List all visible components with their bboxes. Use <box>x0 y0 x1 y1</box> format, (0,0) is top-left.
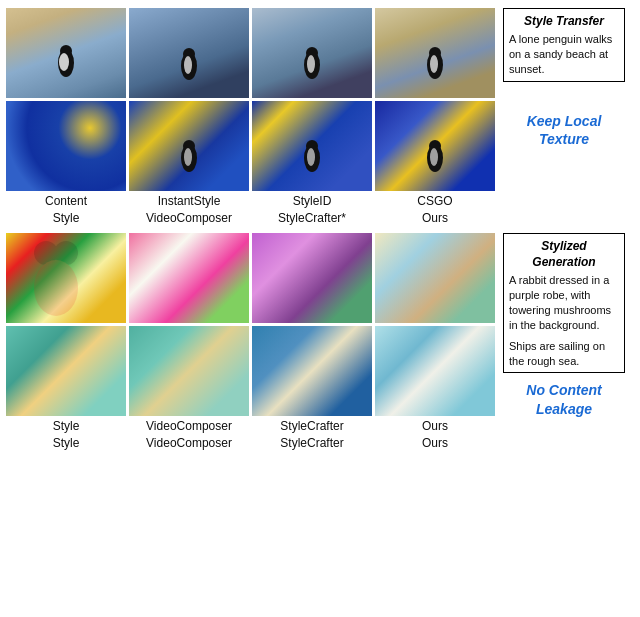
svg-point-17 <box>307 148 315 166</box>
row34-grid-col: Style VideoComposer StyleCrafter Ours St… <box>6 233 495 456</box>
cell-csgo <box>375 8 495 98</box>
img-csgo <box>375 8 495 98</box>
row34-section: Style VideoComposer StyleCrafter Ours St… <box>6 233 634 456</box>
label-videocomposer-1: VideoComposer <box>129 211 249 225</box>
cell-videocomposer-3 <box>129 326 249 416</box>
main-container: Content InstantStyle StyleID CSGO Style … <box>0 0 640 464</box>
img-stylecrafter-3 <box>252 326 372 416</box>
img-stylecrafter-star <box>252 101 372 191</box>
svg-point-11 <box>430 55 438 73</box>
annotation-title-transfer: Style Transfer <box>509 13 619 29</box>
svg-point-8 <box>307 55 315 73</box>
no-content-container: No Content Leakage <box>503 381 625 417</box>
no-content-text: No Content Leakage <box>503 381 625 417</box>
cell-content <box>6 8 126 98</box>
side-annotation-right-1: Style Transfer A lone penguin walks on a… <box>495 8 625 148</box>
img-videocomposer-1 <box>129 101 249 191</box>
annotation-title-stylized: Stylized Generation <box>509 238 619 270</box>
cell-videocomposer-2 <box>129 233 249 323</box>
keep-local-line1: Keep Local <box>527 113 602 129</box>
cell-ours-2 <box>375 233 495 323</box>
svg-point-5 <box>184 56 192 74</box>
row1-labels: Content InstantStyle StyleID CSGO <box>6 194 495 208</box>
cell-stylecrafter-3 <box>252 326 372 416</box>
label-stylecrafter-2: StyleCrafter <box>252 419 372 433</box>
svg-point-14 <box>184 148 192 166</box>
label-videocomposer-2: VideoComposer <box>129 419 249 433</box>
stylized-gen-box: Stylized Generation A rabbit dressed in … <box>503 233 625 373</box>
row2-labels: Style VideoComposer StyleCrafter* Ours <box>6 211 495 225</box>
row34-images <box>6 233 495 416</box>
cell-videocomposer-1 <box>129 101 249 191</box>
label-instantstyle: InstantStyle <box>129 194 249 208</box>
cell-ours-1 <box>375 101 495 191</box>
cell-ours-3 <box>375 326 495 416</box>
label-videocomposer-3: VideoComposer <box>129 436 249 450</box>
img-style-sea <box>6 326 126 416</box>
annotation-text2-stylized: Ships are sailing on the rough sea. <box>509 339 619 369</box>
img-ours-3 <box>375 326 495 416</box>
img-videocomposer-3 <box>129 326 249 416</box>
img-stylecrafter-2 <box>252 233 372 323</box>
label-ours-1: Ours <box>375 211 495 225</box>
label-stylecrafter-3: StyleCrafter <box>252 436 372 450</box>
annotation-desc-transfer: A lone penguin walks on a sandy beach at… <box>509 32 619 77</box>
img-styleid <box>252 8 372 98</box>
img-content <box>6 8 126 98</box>
label-style-3: Style <box>6 436 126 450</box>
svg-point-20 <box>430 148 438 166</box>
annotation-box-transfer: Style Transfer A lone penguin walks on a… <box>503 8 625 82</box>
img-videocomposer-2 <box>129 233 249 323</box>
cell-instantstyle <box>129 8 249 98</box>
img-style-cartoon <box>6 233 126 323</box>
cell-stylecrafter-star <box>252 101 372 191</box>
label-style-1: Style <box>6 211 126 225</box>
row1-grid-col: Content InstantStyle StyleID CSGO Style … <box>6 8 495 231</box>
cell-style-sea <box>6 326 126 416</box>
cell-stylecrafter-2 <box>252 233 372 323</box>
img-instantstyle <box>129 8 249 98</box>
side-annotation-right-2: Stylized Generation A rabbit dressed in … <box>495 233 625 418</box>
label-stylecrafter-star: StyleCrafter* <box>252 211 372 225</box>
img-ours-2 <box>375 233 495 323</box>
keep-local-line2: Texture <box>539 131 589 147</box>
row1-images <box>6 8 495 191</box>
cell-style-vangogh <box>6 101 126 191</box>
annotation-text1-stylized: A rabbit dressed in a purple robe, with … <box>509 273 619 332</box>
img-style-vangogh <box>6 101 126 191</box>
label-content: Content <box>6 194 126 208</box>
label-ours-2: Ours <box>375 419 495 433</box>
row1-section: Content InstantStyle StyleID CSGO Style … <box>6 8 634 231</box>
cell-style-cartoon <box>6 233 126 323</box>
no-content-line2: Leakage <box>536 401 592 417</box>
no-content-line1: No Content <box>526 382 601 398</box>
annotation-box-stylized: Stylized Generation A rabbit dressed in … <box>503 233 625 373</box>
svg-point-2 <box>59 53 69 71</box>
keep-local-text: Keep Local Texture <box>503 112 625 148</box>
label-csgo: CSGO <box>375 194 495 208</box>
label-styleid: StyleID <box>252 194 372 208</box>
label-ours-3: Ours <box>375 436 495 450</box>
row4-labels: Style VideoComposer StyleCrafter Ours <box>6 436 495 450</box>
img-ours-1 <box>375 101 495 191</box>
row3-labels: Style VideoComposer StyleCrafter Ours <box>6 419 495 433</box>
style-transfer-box: Style Transfer A lone penguin walks on a… <box>503 8 625 82</box>
svg-point-23 <box>34 260 78 316</box>
keep-local-container: Keep Local Texture <box>503 112 625 148</box>
cell-styleid <box>252 8 372 98</box>
label-style-2: Style <box>6 419 126 433</box>
